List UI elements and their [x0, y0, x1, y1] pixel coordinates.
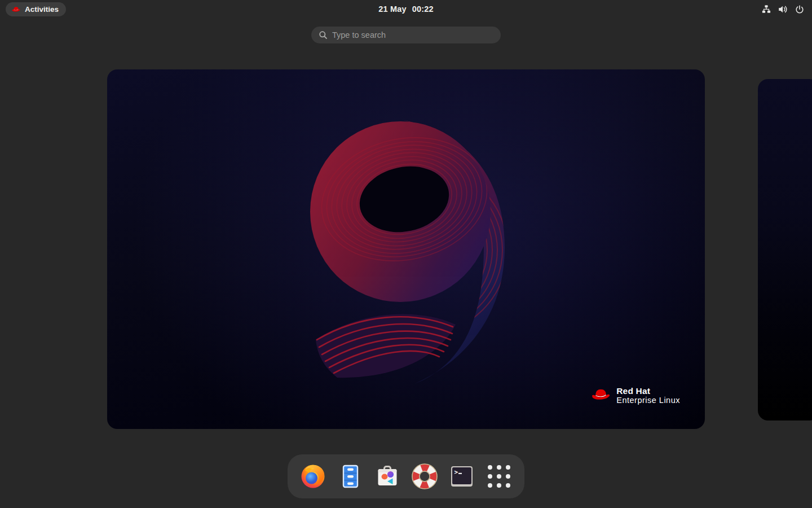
network-wired-icon	[762, 5, 771, 14]
top-bar: Activities 21 May 00:22	[0, 0, 812, 18]
workspace-preview-active[interactable]: Red Hat Enterprise Linux	[107, 69, 705, 429]
help-lifesaver-icon	[411, 463, 438, 490]
clock-button[interactable]: 21 May 00:22	[378, 0, 434, 18]
search-bar	[311, 27, 501, 43]
rhel-logo: Red Hat Enterprise Linux	[590, 386, 680, 405]
redhat-fedora-icon	[11, 6, 21, 12]
dock-item-terminal[interactable]: >	[448, 463, 475, 490]
power-icon	[795, 5, 804, 14]
app-grid-icon	[486, 463, 513, 490]
clock-time: 00:22	[412, 5, 434, 14]
system-menu-button[interactable]	[760, 0, 806, 18]
clock-date: 21 May	[378, 5, 407, 14]
files-cabinet-icon	[337, 463, 364, 490]
rhel9-wallpaper-art	[107, 69, 705, 429]
firefox-icon	[299, 463, 326, 490]
redhat-fedora-icon	[590, 387, 611, 401]
dock: >	[288, 454, 524, 498]
activities-label: Activities	[25, 5, 59, 14]
terminal-icon: >	[448, 463, 475, 490]
volume-high-icon	[778, 5, 788, 14]
logo-brand: Red Hat	[616, 386, 680, 396]
search-input[interactable]	[332, 30, 493, 40]
dock-item-files[interactable]	[337, 463, 364, 490]
app-grid-button[interactable]	[486, 463, 513, 490]
dock-item-firefox[interactable]	[299, 463, 326, 490]
dock-item-software[interactable]	[374, 463, 401, 490]
activities-button[interactable]: Activities	[6, 2, 66, 16]
svg-text:>: >	[454, 468, 458, 476]
software-bag-icon	[374, 463, 401, 490]
search-icon	[319, 30, 328, 40]
gnome-activities-overview: { "topbar": { "activities": { "label": "…	[0, 0, 812, 508]
workspace-preview-next[interactable]	[758, 79, 812, 421]
dock-item-help[interactable]	[411, 463, 438, 490]
logo-product: Enterprise Linux	[616, 396, 680, 405]
